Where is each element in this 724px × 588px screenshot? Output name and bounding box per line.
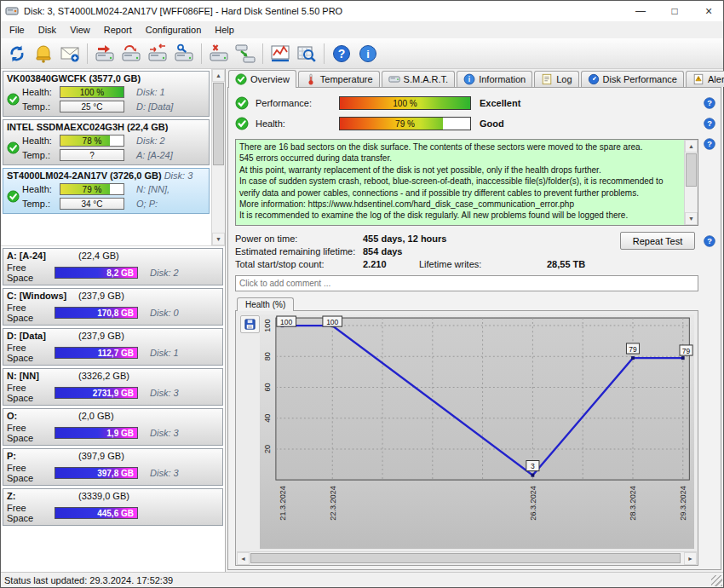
menu-disk[interactable]: Disk — [32, 23, 63, 37]
scroll-down-icon[interactable]: ▼ — [212, 233, 225, 245]
scroll-thumb[interactable] — [213, 83, 224, 165]
partition-item-o[interactable]: O:(2,0 GB)Free Space1,9 GBDisk: 3 — [3, 408, 223, 446]
svg-text:26.3.2024: 26.3.2024 — [529, 486, 537, 521]
surface-test-icon[interactable] — [295, 42, 319, 66]
startstop-value: 2.210 — [363, 259, 419, 269]
partition-size: (237,9 GB) — [78, 291, 124, 301]
tab-disk-performance[interactable]: Disk Performance — [581, 71, 684, 87]
tab-s-m-a-r-t[interactable]: S.M.A.R.T. — [382, 71, 456, 87]
svg-text:29.3.2024: 29.3.2024 — [679, 486, 687, 521]
scroll-track[interactable] — [685, 153, 698, 212]
health-help-icon[interactable]: ? — [703, 117, 716, 130]
message-scrollbar[interactable]: ▲ ▼ — [684, 140, 698, 225]
scroll-up-icon[interactable]: ▲ — [212, 69, 225, 82]
info-icon[interactable]: i — [356, 42, 380, 66]
save-chart-button[interactable] — [240, 315, 260, 333]
partition-list: A: [A-24](22,4 GB)Free Space8,2 GBDisk: … — [1, 246, 225, 572]
disk-item-1[interactable]: VK003840GWCFK (3577,0 GB)Health:100 %Dis… — [3, 71, 210, 117]
chart-section: Health (%) 2040608010021.3.202422.3.2024… — [235, 297, 698, 566]
health-label: Health: — [22, 87, 60, 97]
disk-item-3[interactable]: ST4000LM024-2AN17V (3726,0 GB) Disk: 3He… — [3, 168, 210, 214]
partition-name: O: — [7, 411, 78, 421]
partition-name: Z: — [7, 491, 78, 501]
disk-health-bar: 79 % — [60, 183, 124, 195]
menu-configuration[interactable]: Configuration — [139, 23, 208, 37]
health-bar: 79 % — [339, 117, 471, 130]
partition-item-ddata[interactable]: D: [Data](237,9 GB)Free Space112,7 GBDis… — [3, 328, 223, 366]
scroll-thumb[interactable] — [250, 553, 681, 563]
help-icon[interactable]: ? — [330, 42, 353, 66]
repeat-test-button[interactable]: Repeat Test — [620, 232, 695, 250]
alert-icon[interactable] — [32, 42, 55, 66]
disk-short-test-icon[interactable] — [93, 42, 117, 66]
partition-item-cwindows[interactable]: C: [Windows](237,9 GB)Free Space170,8 GB… — [3, 288, 223, 326]
status-bar: Status last updated: 29.3.2024. 17:52:39 — [1, 572, 723, 587]
performance-icon[interactable] — [268, 42, 292, 66]
disk-ok-icon — [7, 190, 20, 203]
performance-bar: 100 % — [339, 96, 471, 110]
svg-text:22.3.2024: 22.3.2024 — [329, 486, 337, 521]
close-button[interactable]: × — [694, 2, 723, 21]
chart-scrollbar[interactable]: ◄ ► — [237, 551, 697, 564]
menu-help[interactable]: Help — [208, 23, 241, 37]
tab-temperature[interactable]: Temperature — [298, 71, 380, 87]
repeat-test-help-icon[interactable]: ? — [703, 234, 716, 248]
disk-list-scrollbar[interactable]: ▲ ▼ — [211, 69, 225, 245]
minimize-button[interactable]: — — [626, 2, 655, 21]
startstop-row: Total start/stop count: 2.210 Lifetime w… — [235, 257, 596, 270]
alerts-icon — [692, 73, 704, 85]
menu-view[interactable]: View — [63, 23, 97, 37]
health-chart: 2040608010021.3.202422.3.202426.3.202428… — [260, 314, 694, 549]
tab-information[interactable]: iInformation — [457, 71, 532, 87]
disk-copy-icon[interactable] — [233, 42, 257, 66]
scroll-thumb[interactable] — [686, 153, 697, 187]
free-space-label: Free Space — [7, 463, 55, 483]
menu-file[interactable]: File — [3, 23, 32, 37]
comment-input[interactable] — [235, 275, 698, 291]
scroll-left-icon[interactable]: ◄ — [237, 552, 250, 565]
disk-temp-box: ? — [60, 149, 124, 161]
partition-item-p[interactable]: P:(397,9 GB)Free Space397,8 GBDisk: 3 — [3, 448, 223, 486]
svg-text:79: 79 — [682, 346, 691, 355]
scroll-down-icon[interactable]: ▼ — [685, 212, 698, 225]
tab-overview[interactable]: Overview — [228, 70, 296, 88]
tab-alerts[interactable]: Alerts — [686, 71, 724, 87]
partition-item-nnn[interactable]: N: [NN](3326,2 GB)Free Space2731,9 GBDis… — [3, 368, 223, 406]
send-report-icon[interactable] — [58, 42, 82, 66]
health-row: Health: 79 % Good — [235, 113, 698, 134]
maximize-button[interactable]: □ — [660, 2, 689, 21]
disk-name: INTEL SSDMAEXC024G3H (22,4 GB) — [7, 122, 205, 132]
chart-tab-health[interactable]: Health (%) — [237, 297, 294, 311]
scroll-up-icon[interactable]: ▲ — [685, 140, 698, 153]
disk-random-test-icon[interactable] — [146, 42, 170, 66]
svg-text:79: 79 — [629, 344, 637, 353]
menu-report[interactable]: Report — [97, 23, 139, 37]
status-text: Status last updated: 29.3.2024. 17:52:39 — [4, 575, 173, 585]
health-value: 79 % — [340, 118, 470, 130]
disk-remove-icon[interactable] — [207, 42, 231, 66]
partition-item-z[interactable]: Z:(3339,0 GB)Free Space445,6 GB — [3, 488, 223, 526]
content-area: OverviewTemperatureS.M.A.R.T.iInformatio… — [226, 69, 723, 572]
performance-help-icon[interactable]: ? — [703, 96, 716, 110]
free-space-bar: 2731,9 GB — [55, 387, 138, 399]
free-space-label: Free Space — [7, 423, 55, 443]
partition-item-aa24[interactable]: A: [A-24](22,4 GB)Free Space8,2 GBDisk: … — [3, 248, 223, 285]
resize-grip[interactable] — [711, 575, 722, 586]
health-chart-panel: 2040608010021.3.202422.3.202426.3.202428… — [235, 310, 698, 566]
scroll-track[interactable] — [250, 552, 684, 564]
disk-item-2[interactable]: INTEL SSDMAEXC024G3H (22,4 GB)Health:78 … — [3, 119, 210, 165]
refresh-icon[interactable] — [5, 42, 29, 66]
scroll-right-icon[interactable]: ► — [684, 552, 697, 565]
message-help-icon[interactable]: ? — [703, 137, 716, 151]
tab-log[interactable]: Log — [534, 71, 578, 87]
titlebar: Disk: 3, ST4000LM024-2AN17V [WFF086FE] -… — [1, 1, 723, 21]
partition-size: (3339,0 GB) — [78, 491, 129, 501]
power-on-row: Power on time: 455 days, 12 hours — [235, 232, 596, 245]
scroll-track[interactable] — [212, 82, 225, 233]
performance-value: 100 % — [340, 97, 470, 109]
health-ok-icon — [235, 117, 249, 130]
toolbar-separator — [201, 43, 202, 64]
disk-extended-test-icon[interactable] — [119, 42, 143, 66]
svg-text:100: 100 — [264, 319, 273, 331]
disk-repair-test-icon[interactable] — [172, 42, 196, 66]
